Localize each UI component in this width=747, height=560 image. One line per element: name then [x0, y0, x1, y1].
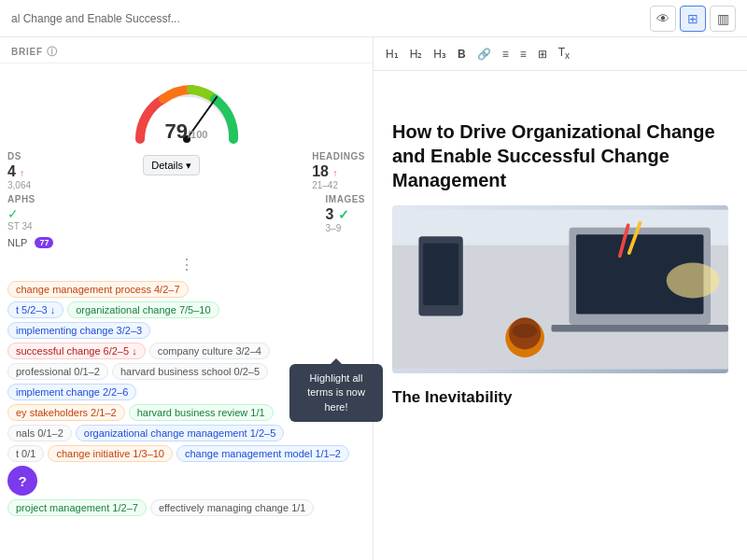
link-button[interactable]: 🔗 — [472, 46, 496, 63]
list-item[interactable]: implementing change 3/2–3 — [7, 322, 150, 339]
top-bar: al Change and Enable Successf... 👁 ⊞ ▥ — [0, 0, 747, 37]
left-panel: BRIEF ⓘ — [0, 37, 374, 560]
nlp-row: NLP 77 — [0, 237, 373, 254]
desk-scene-svg — [392, 205, 728, 373]
list-item[interactable]: project management 1/2–7 — [7, 499, 147, 516]
list-item[interactable]: organizational change 7/5–10 — [67, 301, 218, 318]
stats-row-2: APHS ✓ ST 34 IMAGES 3 ✓ 3–9 — [0, 194, 373, 237]
list-item[interactable]: change management model 1/1–2 — [176, 445, 349, 462]
article-image — [392, 205, 728, 373]
grid-icon-btn[interactable]: ⊞ — [680, 6, 706, 32]
tag-row-7: t 0/1 change initiative 1/3–10 change ma… — [7, 445, 365, 496]
list-item[interactable]: organizational change management 1/2–5 — [76, 425, 284, 441]
list-item[interactable]: implement change 2/2–6 — [7, 384, 136, 400]
info-icon[interactable]: ⓘ — [47, 46, 58, 57]
list-item[interactable]: nals 0/1–2 — [7, 425, 72, 441]
right-area: H₁ H₂ H₃ B 🔗 ≡ ≡ ⊞ Tx How to Drive Organ… — [374, 37, 747, 560]
tag-row-6: nals 0/1–2 organizational change managem… — [7, 425, 365, 441]
list-item[interactable]: change management process 4/2–7 — [7, 281, 189, 298]
bold-button[interactable]: B — [453, 46, 471, 63]
eye-icon-btn[interactable]: 👁 — [650, 6, 676, 32]
list-item[interactable]: effectively managing change 1/1 — [150, 499, 315, 516]
stats-row: DS 4 ↑ 3,064 Details ▾ HEADINGS 18 ↑ 21–… — [0, 151, 373, 194]
tag-row-1: change management process 4/2–7 — [7, 281, 365, 298]
images-stat: IMAGES 3 ✓ 3–9 — [326, 194, 365, 233]
brief-header: BRIEF ⓘ — [0, 37, 373, 63]
chevron-icon: ▾ — [186, 160, 191, 172]
image-button[interactable]: ⊞ — [533, 46, 552, 63]
list-item[interactable]: t 0/1 — [7, 445, 44, 462]
list-item[interactable]: harvard business review 1/1 — [129, 404, 274, 421]
h2-button[interactable]: H₂ — [405, 46, 428, 63]
paragraphs-stat: APHS ✓ ST 34 — [7, 194, 35, 231]
h3-button[interactable]: H₃ — [429, 46, 451, 63]
list-item[interactable]: ey stakeholders 2/1–2 — [7, 404, 125, 421]
score-display: 79/100 — [165, 119, 208, 144]
tag-row-2: t 5/2–3 ↓ organizational change 7/5–10 i… — [7, 301, 365, 339]
columns-icon-btn[interactable]: ▥ — [710, 6, 736, 32]
score-section: 79/100 — [0, 63, 373, 151]
top-bar-icons: 👁 ⊞ ▥ — [650, 6, 736, 32]
window-title: al Change and Enable Successf... — [11, 12, 650, 25]
list-item[interactable]: harvard business school 0/2–5 — [112, 363, 268, 380]
unordered-list-button[interactable]: ≡ — [515, 46, 531, 63]
dots-menu[interactable]: ⋮ — [0, 254, 373, 275]
text-format-button[interactable]: Tx — [554, 44, 574, 63]
tag-row-8: project management 1/2–7 effectively man… — [7, 499, 365, 516]
h1-button[interactable]: H₁ — [381, 46, 403, 63]
svg-point-11 — [513, 324, 538, 338]
article-title: How to Drive Organizational Change and E… — [392, 119, 728, 192]
svg-rect-6 — [552, 325, 728, 332]
list-item[interactable]: professional 0/1–2 — [7, 363, 108, 380]
gauge-container: 79/100 — [131, 78, 243, 144]
list-item[interactable]: change initiative 1/3–10 — [48, 445, 173, 462]
nlp-label: NLP — [7, 237, 27, 248]
details-button[interactable]: Details ▾ — [143, 155, 200, 175]
nlp-badge: 77 — [35, 237, 53, 248]
main-layout: BRIEF ⓘ — [0, 37, 747, 560]
editor-toolbar: H₁ H₂ H₃ B 🔗 ≡ ≡ ⊞ Tx — [374, 37, 747, 71]
headings-stat: HEADINGS 18 ↑ 21–42 — [312, 151, 365, 190]
list-item[interactable]: successful change 6/2–5 ↓ — [7, 343, 146, 359]
help-tag-button[interactable]: ? — [7, 466, 37, 496]
svg-rect-8 — [423, 244, 458, 305]
right-panel: How to Drive Organizational Change and E… — [374, 105, 747, 560]
svg-point-14 — [667, 263, 720, 299]
tag-row-3: successful change 6/2–5 ↓ company cultur… — [7, 343, 365, 359]
words-arrow: ↑ — [20, 168, 24, 178]
article-image-placeholder — [392, 205, 728, 373]
highlight-tooltip: Highlight all terms is now here! — [289, 364, 374, 422]
list-item[interactable]: company culture 3/2–4 — [149, 343, 270, 359]
ordered-list-button[interactable]: ≡ — [498, 46, 514, 63]
list-item[interactable]: t 5/2–3 ↓ — [7, 301, 63, 318]
article-section-title: The Inevitability — [392, 388, 728, 407]
words-stat: DS 4 ↑ 3,064 — [7, 151, 31, 190]
headings-arrow: ↑ — [332, 168, 337, 178]
